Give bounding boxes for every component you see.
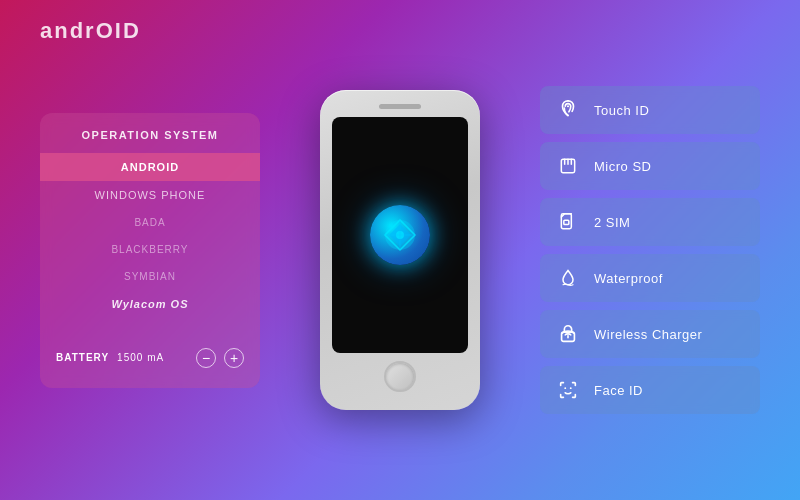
os-title: OPERATION SYSTEM — [40, 129, 260, 141]
os-item-wylacom[interactable]: Wylacom OS — [40, 290, 260, 318]
wireless-charger-icon — [554, 320, 582, 348]
face-id-label: Face ID — [594, 383, 643, 398]
brand-prefix: andr — [40, 18, 96, 43]
feature-micro-sd[interactable]: Micro SD — [540, 142, 760, 190]
battery-increase-button[interactable]: + — [224, 348, 244, 368]
diamond-icon — [383, 218, 417, 252]
phone-body — [320, 90, 480, 410]
micro-sd-label: Micro SD — [594, 159, 651, 174]
face-id-icon — [554, 376, 582, 404]
phone-mockup — [320, 90, 480, 410]
phone-logo — [370, 205, 430, 265]
waterproof-label: Waterproof — [594, 271, 663, 286]
center-panel — [320, 90, 480, 410]
2-sim-label: 2 SIM — [594, 215, 630, 230]
sim-icon — [554, 208, 582, 236]
battery-decrease-button[interactable]: − — [196, 348, 216, 368]
fingerprint-icon — [554, 96, 582, 124]
battery-value: 1500 mA — [117, 352, 164, 363]
water-icon — [554, 264, 582, 292]
os-item-blackberry[interactable]: BLACKBERRY — [40, 236, 260, 263]
wireless-charger-label: Wireless Charger — [594, 327, 702, 342]
touch-id-label: Touch ID — [594, 103, 649, 118]
feature-face-id[interactable]: Face ID — [540, 366, 760, 414]
feature-wireless-charger[interactable]: Wireless Charger — [540, 310, 760, 358]
phone-screen — [332, 117, 468, 353]
os-item-bada[interactable]: BADA — [40, 209, 260, 236]
brand-suffix: OID — [96, 18, 141, 43]
os-item-windows-phone[interactable]: WINDOWS PHONE — [40, 181, 260, 209]
feature-2-sim[interactable]: 2 SIM — [540, 198, 760, 246]
sd-card-icon — [554, 152, 582, 180]
svg-point-5 — [567, 105, 569, 107]
os-item-android[interactable]: ANDROID — [40, 153, 260, 181]
brand-text: andrOID — [40, 18, 141, 44]
feature-waterproof[interactable]: Waterproof — [540, 254, 760, 302]
right-panel: Touch ID Micro SD 2 SIM — [540, 86, 760, 414]
battery-label: BATTERY — [56, 352, 109, 363]
phone-home-button[interactable] — [384, 361, 416, 392]
battery-section: BATTERY 1500 mA − + — [40, 338, 260, 368]
os-item-symbian[interactable]: SYMBIAN — [40, 263, 260, 290]
svg-point-14 — [564, 387, 566, 389]
left-panel: OPERATION SYSTEM ANDROID WINDOWS PHONE B… — [40, 113, 260, 388]
svg-point-15 — [570, 387, 572, 389]
svg-rect-11 — [564, 220, 569, 224]
phone-speaker — [379, 104, 421, 109]
feature-touch-id[interactable]: Touch ID — [540, 86, 760, 134]
